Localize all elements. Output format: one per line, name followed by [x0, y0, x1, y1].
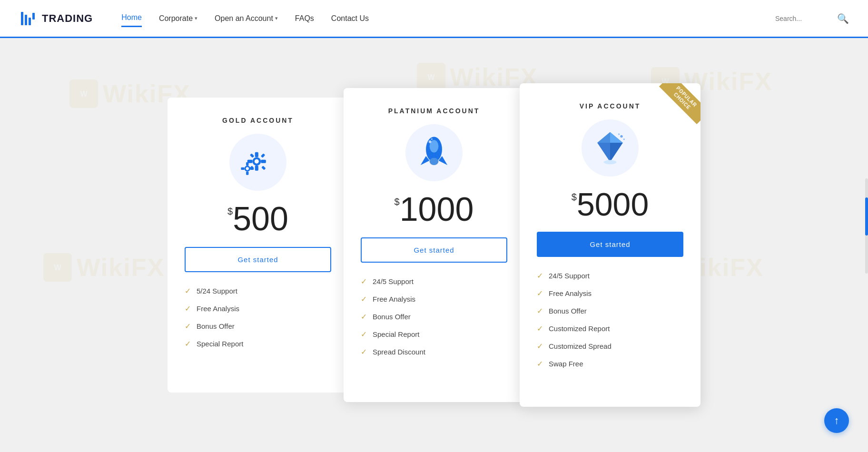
nav-links: Home Corporate ▾ Open an Account ▾ FAQs …	[121, 10, 775, 27]
check-icon: ✓	[185, 322, 191, 331]
cards-container: GOLD ACCOUNT	[148, 83, 720, 407]
platinum-account-card: PLATNIUM ACCOUNT $ 1000 Get started	[344, 88, 524, 402]
scrollbar-thumb	[865, 197, 868, 236]
svg-text:W: W	[80, 90, 88, 98]
check-icon: ✓	[361, 330, 367, 339]
vip-card-title: VIP ACCOUNT	[580, 102, 641, 110]
list-item: ✓ Special Report	[361, 330, 507, 339]
svg-rect-0	[21, 12, 23, 25]
logo[interactable]: TRADING	[19, 9, 93, 28]
vip-icon-circle	[582, 119, 639, 177]
nav-home[interactable]: Home	[121, 10, 142, 27]
check-icon: ✓	[185, 339, 191, 348]
rocket-icon	[417, 134, 451, 172]
gold-price: $ 500	[227, 202, 288, 236]
gold-card-title: GOLD ACCOUNT	[222, 117, 294, 124]
svg-marker-43	[610, 143, 623, 162]
nav-corporate[interactable]: Corporate ▾	[159, 10, 197, 27]
check-icon: ✓	[185, 286, 191, 295]
vip-price: $ 5000	[572, 188, 649, 220]
vip-get-started-button[interactable]: Get started	[537, 232, 683, 257]
scrollbar[interactable]	[865, 178, 868, 274]
platinum-price: $ 1000	[395, 193, 474, 226]
list-item: ✓ 24/5 Support	[361, 277, 507, 286]
list-item: ✓ Free Analysis	[537, 289, 683, 298]
svg-marker-42	[597, 143, 610, 162]
nav-open-account[interactable]: Open an Account ▾	[215, 10, 278, 27]
check-icon: ✓	[537, 306, 543, 315]
scroll-to-top-button[interactable]: ↑	[824, 408, 849, 433]
search-bar: 🔍	[775, 13, 849, 24]
check-icon: ✓	[361, 347, 367, 356]
svg-rect-2	[29, 18, 31, 25]
check-icon: ✓	[537, 289, 543, 298]
vip-currency: $	[572, 192, 577, 203]
check-icon: ✓	[361, 295, 367, 304]
diamond-icon	[591, 129, 629, 167]
platinum-amount: 1000	[400, 193, 474, 226]
svg-rect-30	[241, 167, 244, 170]
platinum-get-started-button[interactable]: Get started	[361, 237, 507, 263]
svg-rect-22	[250, 153, 254, 157]
platinum-icon-circle	[405, 124, 463, 181]
svg-point-46	[618, 133, 620, 135]
list-item: ✓ Special Report	[185, 339, 331, 348]
search-button[interactable]: 🔍	[837, 13, 849, 24]
list-item: ✓ Swap Free	[537, 359, 683, 368]
list-item: ✓ Customized Spread	[537, 342, 683, 351]
platinum-card-title: PLATNIUM ACCOUNT	[388, 107, 480, 115]
navbar: TRADING Home Corporate ▾ Open an Account…	[0, 0, 868, 38]
svg-point-27	[246, 167, 249, 170]
check-icon: ✓	[361, 277, 367, 286]
list-item: ✓ 24/5 Support	[537, 271, 683, 280]
gold-amount: 500	[233, 202, 288, 236]
svg-point-36	[430, 158, 439, 165]
svg-rect-23	[261, 166, 266, 170]
svg-rect-24	[261, 153, 265, 157]
svg-point-45	[623, 138, 625, 140]
platinum-currency: $	[395, 197, 400, 207]
list-item: ✓ Bonus Offer	[537, 306, 683, 315]
logo-text: TRADING	[42, 12, 93, 25]
vip-features-list: ✓ 24/5 Support ✓ Free Analysis ✓ Bonus O…	[537, 271, 683, 368]
svg-rect-28	[246, 162, 248, 166]
gear-icon	[239, 143, 277, 181]
popular-badge: POPULARCHOICE	[653, 83, 700, 131]
gold-get-started-button[interactable]: Get started	[185, 247, 331, 272]
chevron-down-icon: ▾	[195, 15, 197, 21]
svg-rect-18	[255, 152, 258, 157]
nav-contact[interactable]: Contact Us	[331, 10, 369, 27]
vip-account-card: POPULARCHOICE VIP ACCOUNT	[520, 83, 700, 407]
svg-text:W: W	[427, 73, 435, 81]
svg-marker-41	[597, 132, 610, 143]
platinum-features-list: ✓ 24/5 Support ✓ Free Analysis ✓ Bonus O…	[361, 277, 507, 356]
watermark: W WikiFX	[43, 253, 165, 282]
gold-features-list: ✓ 5/24 Support ✓ Free Analysis ✓ Bonus O…	[185, 286, 331, 348]
svg-point-44	[620, 135, 622, 138]
chevron-down-icon: ▾	[275, 15, 278, 21]
svg-rect-21	[261, 160, 266, 163]
svg-point-38	[431, 138, 433, 140]
check-icon: ✓	[537, 271, 543, 280]
svg-point-17	[255, 159, 259, 164]
list-item: ✓ Spread Discount	[361, 347, 507, 356]
check-icon: ✓	[361, 312, 367, 321]
search-input[interactable]	[775, 15, 832, 22]
check-icon: ✓	[185, 304, 191, 313]
nav-faqs[interactable]: FAQs	[295, 10, 314, 27]
gold-currency: $	[227, 206, 233, 217]
list-item: ✓ Customized Report	[537, 324, 683, 333]
search-icon: 🔍	[837, 13, 849, 24]
svg-rect-29	[246, 172, 248, 175]
logo-icon	[19, 9, 38, 28]
list-item: ✓ Bonus Offer	[361, 312, 507, 321]
svg-point-4	[75, 85, 92, 102]
svg-rect-31	[250, 167, 254, 170]
list-item: ✓ Free Analysis	[185, 304, 331, 313]
gold-icon-circle	[229, 134, 286, 191]
check-icon: ✓	[537, 342, 543, 351]
svg-point-10	[49, 259, 66, 276]
svg-text:W: W	[54, 264, 62, 272]
list-item: ✓ Free Analysis	[361, 295, 507, 304]
svg-point-47	[604, 160, 617, 164]
